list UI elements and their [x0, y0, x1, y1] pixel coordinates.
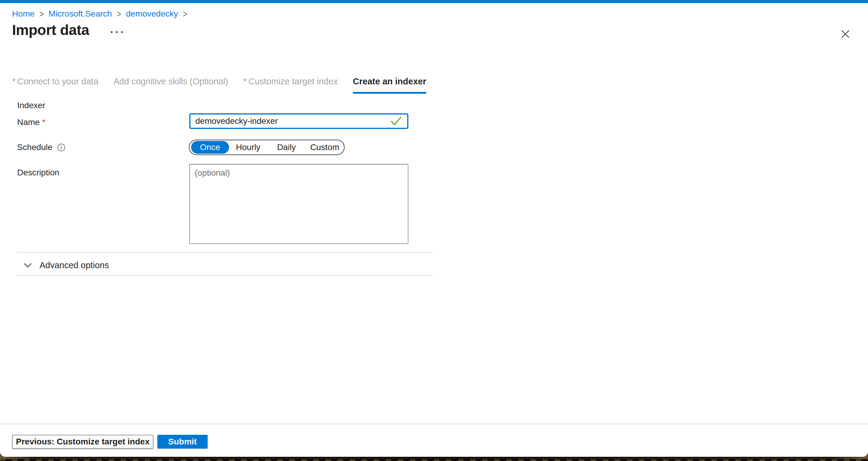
- breadcrumb-separator-icon: >: [117, 8, 121, 19]
- tab-label: Customize target index: [248, 76, 338, 86]
- breadcrumb-service-link[interactable]: Microsoft.Search: [49, 9, 112, 19]
- previous-step-button[interactable]: Previous: Customize target index: [12, 435, 153, 449]
- wizard-tabs: *Connect to your data Add cognitive skil…: [12, 76, 441, 94]
- breadcrumb-home-link[interactable]: Home: [12, 9, 35, 19]
- breadcrumb-separator-icon: >: [39, 8, 44, 19]
- desktop-pattern: [0, 459, 868, 461]
- breadcrumb-separator-icon: >: [183, 8, 187, 19]
- import-data-panel: Home > Microsoft.Search > demovedecky > …: [0, 0, 868, 457]
- portal-top-accent-bar: [0, 0, 868, 3]
- tab-customize-target-index[interactable]: *Customize target index: [243, 76, 338, 94]
- tab-required-mark: *: [243, 76, 247, 86]
- footer-divider: [0, 424, 868, 424]
- ellipsis-icon: [121, 31, 123, 33]
- ellipsis-icon: [116, 31, 118, 33]
- divider: [17, 275, 433, 276]
- tab-connect-to-your-data[interactable]: *Connect to your data: [12, 76, 98, 94]
- breadcrumb: Home > Microsoft.Search > demovedecky >: [12, 9, 192, 19]
- tab-create-an-indexer[interactable]: Create an indexer: [353, 76, 426, 94]
- tab-label: Add cognitive skills (Optional): [114, 76, 228, 86]
- schedule-option-daily[interactable]: Daily: [267, 143, 306, 152]
- schedule-option-hourly[interactable]: Hourly: [229, 143, 267, 152]
- tab-add-cognitive-skills[interactable]: Add cognitive skills (Optional): [114, 76, 228, 94]
- advanced-options-toggle[interactable]: Advanced options: [17, 258, 109, 272]
- indexer-name-input[interactable]: [189, 113, 408, 129]
- divider: [17, 252, 433, 252]
- more-actions-button[interactable]: [109, 30, 124, 35]
- close-button[interactable]: [840, 28, 851, 40]
- breadcrumb-resource-link[interactable]: demovedecky: [126, 9, 178, 19]
- schedule-segmented-control: Once Hourly Daily Custom: [189, 140, 345, 155]
- submit-button[interactable]: Submit: [157, 435, 208, 449]
- tab-label: Connect to your data: [17, 76, 98, 86]
- schedule-option-custom[interactable]: Custom: [306, 143, 344, 152]
- close-icon: [840, 29, 850, 39]
- schedule-field-label: Schedule: [17, 143, 65, 152]
- page-title: Import data: [12, 22, 89, 38]
- tab-label: Create an indexer: [353, 76, 426, 86]
- indexer-section-heading: Indexer: [17, 101, 45, 110]
- valid-check-icon: [391, 116, 402, 126]
- name-field-label: Name*: [17, 118, 45, 127]
- chevron-down-icon: [24, 263, 32, 268]
- description-textarea[interactable]: [189, 164, 408, 244]
- advanced-options-label: Advanced options: [39, 260, 109, 270]
- tab-required-mark: *: [12, 76, 16, 86]
- ellipsis-icon: [111, 31, 113, 33]
- schedule-option-once[interactable]: Once: [191, 141, 229, 154]
- description-field-label: Description: [17, 168, 59, 178]
- required-asterisk: *: [42, 118, 45, 127]
- info-icon[interactable]: [57, 144, 65, 152]
